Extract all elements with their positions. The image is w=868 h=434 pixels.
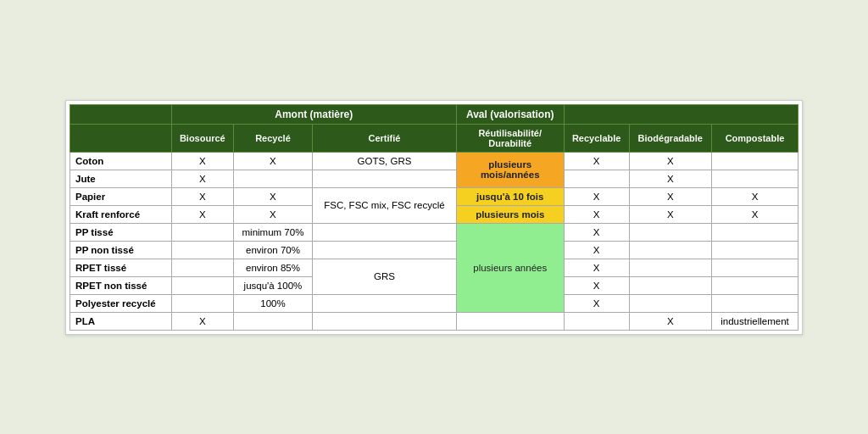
cell-biodegradable: X: [629, 187, 711, 205]
subheader-compostable: Compostable: [712, 124, 798, 152]
cell-biosource: X: [171, 187, 233, 205]
cell-biosource: [171, 223, 233, 241]
cell-pendant: plusieurs années: [456, 223, 564, 312]
cell-biodegradable: [629, 241, 711, 259]
cell-recyclable: X: [564, 187, 629, 205]
row-label: PLA: [70, 312, 172, 330]
cell-biosource: X: [171, 312, 233, 330]
table-row: PapierXXFSC, FSC mix, FSC recycléjusqu'à…: [70, 187, 798, 205]
cell-pendant: plusieurs mois: [456, 205, 564, 223]
cell-pendant: jusqu'à 10 fois: [456, 187, 564, 205]
cell-recyclable: X: [564, 259, 629, 276]
cell-biosource: [171, 259, 233, 276]
cell-compostable: X: [712, 205, 798, 223]
cell-biodegradable: X: [629, 152, 711, 170]
subheader-recyclable: Recyclable: [564, 124, 629, 152]
subheader-certifie: Certifié: [313, 124, 456, 152]
cell-recycle: X: [233, 187, 313, 205]
cell-recycle: [233, 170, 313, 187]
cell-biodegradable: [629, 276, 711, 294]
cell-recycle: environ 85%: [233, 259, 313, 276]
cell-biodegradable: X: [629, 312, 711, 330]
row-label: Coton: [70, 152, 172, 170]
table-row: PP tisséminimum 70%plusieurs annéesX: [70, 223, 798, 241]
cell-certifie: FSC, FSC mix, FSC recyclé: [313, 187, 456, 223]
cell-compostable: [712, 259, 798, 276]
cell-certifie: [313, 241, 456, 259]
cell-recyclable: X: [564, 152, 629, 170]
cell-biodegradable: X: [629, 170, 711, 187]
cell-compostable: X: [712, 187, 798, 205]
row-label: PP non tissé: [70, 241, 172, 259]
cell-biodegradable: [629, 259, 711, 276]
cell-biodegradable: X: [629, 205, 711, 223]
cell-recyclable: [564, 170, 629, 187]
main-table-wrapper: Amont (matière) Aval (valorisation) Bios…: [65, 100, 803, 335]
table-row: PLAXXindustriellement: [70, 312, 798, 330]
cell-biosource: [171, 241, 233, 259]
subheader-pendant: Réutilisabilité/Durabilité: [456, 124, 564, 152]
cell-certifie: GRS: [313, 259, 456, 294]
cell-compostable: [712, 152, 798, 170]
table-row: PP non tisséenviron 70%X: [70, 241, 798, 259]
subheader-recycle: Recyclé: [233, 124, 313, 152]
cell-compostable: [712, 294, 798, 312]
comparison-table: Amont (matière) Aval (valorisation) Bios…: [70, 104, 798, 331]
cell-compostable: [712, 170, 798, 187]
cell-biosource: X: [171, 205, 233, 223]
cell-certifie: [313, 294, 456, 312]
subheader-biosource: Biosourcé: [171, 124, 233, 152]
cell-recyclable: X: [564, 205, 629, 223]
cell-recyclable: X: [564, 276, 629, 294]
table-row: RPET tisséenviron 85%GRSX: [70, 259, 798, 276]
cell-biodegradable: [629, 294, 711, 312]
table-row: JuteXX: [70, 170, 798, 187]
cell-recyclable: X: [564, 223, 629, 241]
cell-compostable: [712, 241, 798, 259]
table-row: Polyester recyclé100%X: [70, 294, 798, 312]
cell-recycle: 100%: [233, 294, 313, 312]
subheader-empty: [70, 124, 172, 152]
row-label: Kraft renforcé: [70, 205, 172, 223]
cell-certifie: [313, 223, 456, 241]
row-label: Papier: [70, 187, 172, 205]
cell-biosource: X: [171, 152, 233, 170]
cell-recycle: X: [233, 152, 313, 170]
cell-biosource: [171, 276, 233, 294]
cell-certifie: [313, 312, 456, 330]
cell-compostable: [712, 276, 798, 294]
col-header-aval: [564, 104, 798, 124]
cell-biosource: [171, 294, 233, 312]
cell-recyclable: [564, 312, 629, 330]
row-label: Jute: [70, 170, 172, 187]
cell-recycle: jusqu'à 100%: [233, 276, 313, 294]
table-row: CotonXXGOTS, GRSplusieursmois/annéesXX: [70, 152, 798, 170]
cell-recycle: environ 70%: [233, 241, 313, 259]
row-label: Polyester recyclé: [70, 294, 172, 312]
cell-certifie: [313, 170, 456, 187]
cell-compostable: [712, 223, 798, 241]
col-header-empty: [70, 104, 172, 124]
cell-pendant: [456, 312, 564, 330]
row-label: RPET non tissé: [70, 276, 172, 294]
cell-biosource: X: [171, 170, 233, 187]
col-header-amont: Amont (matière): [171, 104, 456, 124]
cell-recycle: X: [233, 205, 313, 223]
cell-recyclable: X: [564, 294, 629, 312]
cell-recycle: minimum 70%: [233, 223, 313, 241]
cell-recyclable: X: [564, 241, 629, 259]
cell-compostable: industriellement: [712, 312, 798, 330]
row-label: PP tissé: [70, 223, 172, 241]
cell-biodegradable: [629, 223, 711, 241]
cell-certifie: GOTS, GRS: [313, 152, 456, 170]
subheader-biodegradable: Biodégradable: [629, 124, 711, 152]
cell-pendant: plusieursmois/années: [456, 152, 564, 187]
col-header-pendant: Aval (valorisation): [456, 104, 564, 124]
row-label: RPET tissé: [70, 259, 172, 276]
cell-recycle: [233, 312, 313, 330]
